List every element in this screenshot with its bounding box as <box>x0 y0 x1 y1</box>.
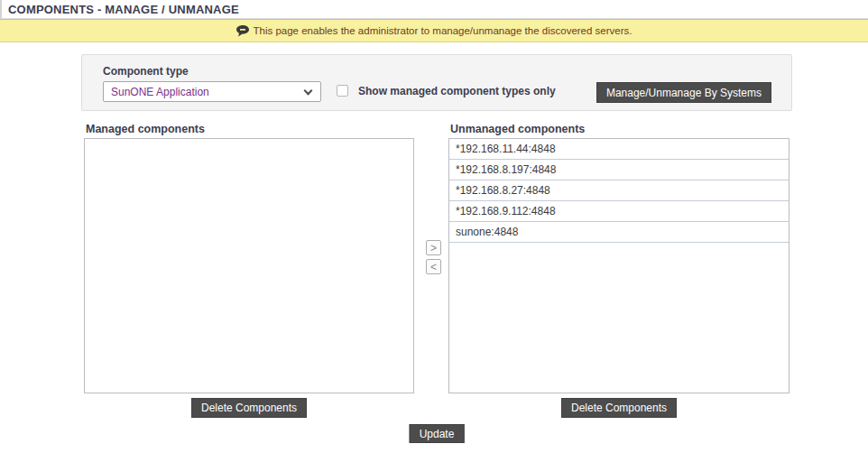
components-manage-unmanage-screen: COMPONENTS - MANAGE / UNMANAGE This page… <box>0 0 868 453</box>
move-to-managed-button[interactable]: < <box>426 259 441 274</box>
component-type-label: Component type <box>103 65 189 78</box>
unmanaged-list-item[interactable]: *192.168.9.112:4848 <box>449 201 789 222</box>
unmanaged-list-item[interactable]: sunone:4848 <box>449 222 789 243</box>
unmanaged-components-label: Unmanaged components <box>450 123 585 135</box>
delete-unmanaged-components-button[interactable]: Delete Components <box>561 398 677 418</box>
show-managed-checkbox[interactable] <box>337 85 348 97</box>
filter-panel: Component type SunONE Application Show m… <box>81 54 792 111</box>
comment-bubble-icon <box>236 25 249 37</box>
unmanaged-delete-wrap: Delete Components <box>448 398 790 418</box>
manage-unmanage-by-systems-button[interactable]: Manage/Unmanage By Systems <box>596 82 771 103</box>
unmanaged-list-item[interactable]: *192.168.11.44:4848 <box>449 139 789 160</box>
unmanaged-components-listbox[interactable]: *192.168.11.44:4848 *192.168.8.197:4848 … <box>448 138 790 393</box>
component-type-selected-value: SunONE Application <box>104 86 305 98</box>
move-to-unmanaged-button[interactable]: > <box>426 240 441 255</box>
managed-components-label: Managed components <box>86 123 205 135</box>
update-button[interactable]: Update <box>410 424 465 443</box>
unmanaged-list-item[interactable]: *192.168.8.197:4848 <box>449 160 789 180</box>
info-banner: This page enables the administrator to m… <box>0 19 868 42</box>
managed-components-listbox[interactable] <box>84 138 414 393</box>
page-header: COMPONENTS - MANAGE / UNMANAGE <box>0 0 868 19</box>
show-managed-checkbox-label: Show managed component types only <box>358 85 556 97</box>
unmanaged-list-item[interactable]: *192.168.8.27:4848 <box>449 180 789 201</box>
delete-managed-components-button[interactable]: Delete Components <box>191 398 307 418</box>
managed-delete-wrap: Delete Components <box>84 398 414 418</box>
component-type-select[interactable]: SunONE Application <box>103 81 321 102</box>
chevron-down-icon <box>304 86 313 95</box>
page-title: COMPONENTS - MANAGE / UNMANAGE <box>8 3 239 16</box>
banner-text: This page enables the administrator to m… <box>254 25 633 36</box>
